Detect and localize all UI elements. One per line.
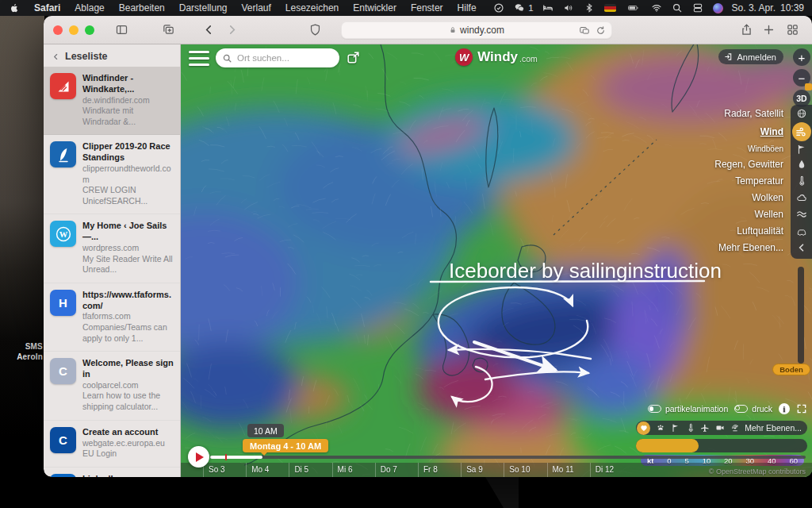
display-stack-icon[interactable] — [692, 2, 704, 14]
bluetooth-icon[interactable] — [584, 2, 596, 14]
timeline-day-cell[interactable]: Fr 8 — [418, 463, 461, 477]
cloud-icon — [791, 192, 812, 203]
menu-hamburger-icon[interactable] — [189, 51, 209, 66]
timeline-day-cell[interactable]: Mi 6 — [332, 463, 375, 477]
reading-list-item[interactable]: C Welcome, Please sign in coolparcel.com… — [44, 352, 180, 420]
back-button[interactable] — [202, 23, 216, 37]
forward-button[interactable] — [225, 23, 239, 37]
apple-icon[interactable] — [8, 2, 20, 14]
model-button[interactable] — [636, 439, 699, 452]
layer-menu-item[interactable]: Temperatur — [574, 172, 812, 189]
menu-item[interactable]: Darstellung — [179, 2, 228, 13]
timeline-day-cell[interactable]: Do 7 — [375, 463, 418, 477]
menu-bar-clock[interactable]: So. 3. Apr.10:39 — [732, 2, 804, 13]
address-bar[interactable]: windy.com — [341, 21, 612, 39]
thermometer-icon[interactable] — [686, 423, 695, 433]
page-preview-icon[interactable] — [579, 25, 590, 36]
layer-menu-item[interactable]: Radar, Satellit — [574, 105, 812, 121]
timeline-day-cell[interactable]: Sa 9 — [461, 463, 504, 477]
timeline-current-label[interactable]: Montag 4 - 10 AM — [243, 439, 328, 452]
layer-menu-item[interactable]: Windböen — [574, 142, 812, 156]
close-window-button[interactable] — [53, 25, 63, 35]
siri-icon[interactable] — [713, 3, 723, 13]
menu-item-app[interactable]: Safari — [34, 2, 60, 13]
reading-list-item[interactable]: Windfinder - Windkarte,... de.windfinder… — [44, 67, 180, 135]
timeline-track[interactable] — [210, 456, 806, 459]
site-icon: in — [50, 474, 76, 477]
spotlight-search-icon[interactable] — [672, 2, 684, 14]
share-button[interactable] — [740, 23, 753, 37]
wifi-icon[interactable] — [651, 2, 663, 14]
item-title: Create an account — [82, 427, 174, 438]
layer-menu-item[interactable]: Wind — [574, 121, 812, 142]
battery-icon[interactable] — [625, 2, 642, 14]
info-button[interactable]: i — [779, 403, 790, 414]
desktop-icon-label[interactable]: AeroIn — [0, 352, 43, 361]
map-toggle[interactable]: druck — [734, 404, 772, 414]
altitude-ground-button[interactable]: Boden — [772, 364, 810, 375]
fullscreen-icon[interactable] — [796, 403, 807, 414]
status-check-icon[interactable] — [492, 2, 504, 14]
timeline-day-cell[interactable]: Di 5 — [289, 463, 331, 477]
zoom-window-button[interactable] — [85, 25, 94, 35]
new-tab-button[interactable] — [762, 23, 776, 37]
layer-menu-item[interactable]: Regen, Gewitter — [574, 156, 812, 172]
timeline-day-cell[interactable]: So 3 — [203, 463, 246, 477]
timeline-day-cell[interactable]: Di 12 — [590, 463, 633, 477]
minimize-window-button[interactable] — [69, 25, 79, 35]
paw-icon[interactable] — [656, 423, 665, 433]
reading-list-item[interactable]: H https://www.tfaforms.com/ tfaforms.com… — [44, 283, 180, 352]
plane-icon[interactable] — [700, 423, 710, 433]
wind-icon — [791, 122, 812, 141]
wechat-icon[interactable] — [513, 2, 525, 14]
sidebar-toggle-icon[interactable] — [115, 23, 128, 37]
bed-icon[interactable] — [542, 2, 554, 14]
layer-menu-item[interactable]: Luftqualität — [574, 222, 812, 239]
share-map-icon[interactable] — [346, 50, 361, 65]
menu-item[interactable]: Lesezeichen — [285, 2, 339, 13]
desktop-icon-label[interactable]: SMS — [0, 342, 43, 351]
webcam-icon[interactable] — [715, 423, 725, 433]
layer-label: Wind — [760, 126, 783, 137]
timeline-day-cell[interactable]: Mo 11 — [547, 463, 590, 477]
menu-item[interactable]: Entwickler — [353, 2, 396, 13]
layer-menu-item[interactable]: Mehr Ebenen... — [574, 239, 812, 256]
altitude-slider[interactable] — [798, 267, 804, 364]
back-chevron-icon[interactable] — [52, 52, 60, 61]
map-toggle[interactable]: partikelanimation — [648, 404, 728, 414]
reload-icon[interactable] — [596, 25, 606, 36]
privacy-shield-icon[interactable] — [308, 23, 322, 37]
login-button[interactable]: Anmelden — [718, 49, 783, 64]
layer-label: Luftqualität — [737, 225, 783, 237]
menu-item[interactable]: Bearbeiten — [119, 2, 165, 13]
flag-icon[interactable] — [671, 423, 680, 433]
more-layers-link[interactable]: Mehr Ebenen... — [745, 423, 802, 433]
zoom-in-button[interactable]: + — [793, 48, 810, 66]
play-button[interactable] — [188, 446, 209, 468]
reading-list-item[interactable]: W My Home ‹ Joe Sails —... wordpress.com… — [44, 214, 180, 283]
menu-item[interactable]: Verlauf — [241, 2, 270, 13]
menu-item[interactable]: Hilfe — [458, 2, 477, 13]
model-button[interactable] — [753, 439, 807, 452]
timeline-calendar-strip[interactable]: So 3Mo 4Di 5Mi 6Do 7Fr 8Sa 9So 10Mo 11Di… — [181, 463, 812, 477]
radar-icon[interactable] — [730, 423, 740, 433]
heart-icon[interactable] — [637, 421, 650, 435]
tab-overview-button[interactable] — [786, 23, 799, 37]
weather-map[interactable]: Iceborder by sailinginstruction Ort such… — [181, 44, 812, 477]
timeline-day-cell[interactable]: So 10 — [504, 463, 546, 477]
toggle-switch[interactable] — [648, 405, 661, 413]
reading-list-item[interactable]: Clipper 2019-20 Race Standings clipperro… — [44, 135, 180, 214]
reading-list-item[interactable]: in LinkedIn linkedin.com — [44, 468, 180, 477]
layer-menu-item[interactable]: Wellen — [574, 206, 812, 222]
menu-item[interactable]: Fenster — [411, 2, 443, 13]
reading-list-item[interactable]: C Create an account webgate.ec.europa.eu… — [44, 421, 180, 468]
model-button[interactable] — [699, 439, 753, 452]
timeline-day-cell[interactable]: Mo 4 — [246, 463, 289, 477]
volume-icon[interactable] — [563, 2, 575, 14]
toggle-switch[interactable] — [734, 405, 748, 413]
layer-menu-item[interactable]: Wolken — [574, 189, 812, 206]
menu-item[interactable]: Ablage — [75, 2, 104, 13]
german-keyboard-flag-icon[interactable] — [604, 4, 616, 12]
new-tab-group-icon[interactable] — [162, 23, 175, 37]
search-input[interactable]: Ort suchen... — [216, 48, 339, 67]
